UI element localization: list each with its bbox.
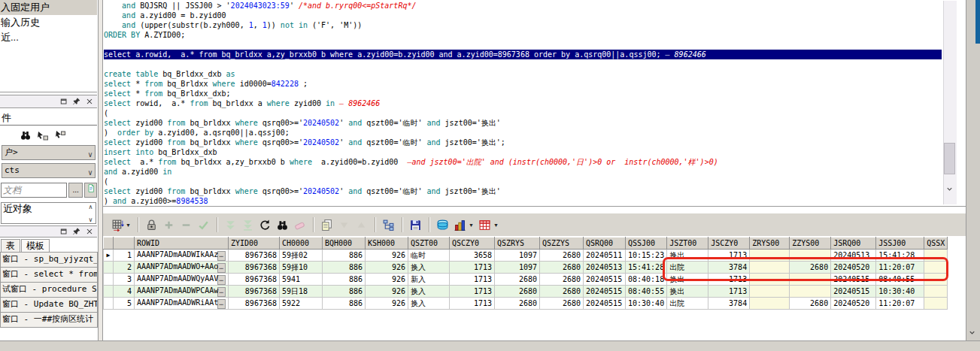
sidebar-item[interactable]: 近... (0, 30, 97, 45)
column-header-ch0000[interactable]: CH0000 (280, 238, 323, 250)
user-dropdown[interactable]: 户> ∨ (2, 145, 96, 160)
cell-qszrys[interactable]: 1097 (495, 250, 540, 262)
cell-jszt00[interactable]: 换出 (667, 274, 708, 286)
editor-scroll-down-icon[interactable] (944, 185, 955, 195)
cell-bqh000[interactable]: 886 (323, 262, 366, 274)
cell-qszt00[interactable]: 换入 (408, 298, 450, 310)
dropdown-arrow-icon[interactable]: ▼ (493, 222, 499, 228)
cell-qszt00[interactable]: 换入 (408, 262, 450, 274)
cell-zyid00[interactable]: 8967368 (229, 274, 280, 286)
cell-zrys00[interactable] (750, 250, 790, 262)
editor-line[interactable]: and (upper(substr(b.zyh000, 1, 1)) not i… (104, 20, 942, 30)
column-header-qszt00[interactable]: QSZT00 (408, 238, 450, 250)
cell-rowid[interactable]: …AAANP7ADmAADWRiAAt (135, 298, 229, 310)
cell-qssj00[interactable]: 08:40:18 (626, 274, 667, 286)
editor-line[interactable]: and BQJSRQ || JSSJ00 > '2024043023:59' /… (104, 1, 942, 11)
pin-icon[interactable] (72, 97, 81, 106)
cell-qssx[interactable] (924, 262, 948, 274)
clear-icon[interactable] (293, 217, 308, 232)
cell-qszzys[interactable]: 2680 (540, 298, 584, 310)
cell-qszzys[interactable]: 2680 (540, 262, 584, 274)
find-next-icon[interactable] (37, 129, 49, 141)
column-header-zzys00[interactable]: ZZYS00 (790, 238, 831, 250)
fetch-next-page-icon[interactable] (223, 217, 238, 232)
cell-zyid00[interactable]: 8967368 (229, 262, 280, 274)
editor-line[interactable]: select * from bq_Brldxx_dxb; (104, 89, 942, 98)
new-document-icon[interactable] (84, 183, 97, 198)
restore-icon[interactable] (59, 97, 68, 106)
right-scrollbar-thumb[interactable] (975, 0, 980, 44)
editor-line[interactable]: select * from bq_Brldxx where id0000=842… (104, 79, 942, 89)
column-header-qszrys[interactable]: QSZRYS (495, 238, 540, 250)
open-window-item[interactable]: 窗口 - select * from (0, 267, 98, 283)
cell-qsrq00[interactable]: 20240515 (584, 286, 626, 298)
cell-zzys00[interactable] (790, 286, 831, 298)
cell-jsrq00[interactable]: 20240513 (831, 250, 876, 262)
cell-ch0000[interactable]: 59择02 (280, 250, 323, 262)
cell-bqh000[interactable]: 886 (323, 250, 366, 262)
editor-line[interactable]: insert into bq_Brldxx_dxb (104, 147, 942, 157)
sql-editor[interactable]: and BQJSRQ || JSSJ00 > '2024043023:59' /… (104, 1, 942, 205)
column-header-ksh000[interactable]: KSH000 (366, 238, 408, 250)
cell-jssj00[interactable]: 11:20:07 (876, 298, 924, 310)
cell-qszrys[interactable]: 2680 (495, 286, 540, 298)
column-header-jsrq00[interactable]: JSRQ00 (831, 238, 876, 250)
cell-qszt00[interactable]: 换入 (408, 286, 450, 298)
delete-record-icon[interactable] (179, 217, 194, 232)
cell-qsrq00[interactable]: 20240515 (584, 274, 626, 286)
cell-zrys00[interactable] (750, 298, 790, 310)
cell-jszt00[interactable]: 出院 (667, 262, 708, 274)
column-header-qssj00[interactable]: QSSJ00 (626, 238, 667, 250)
cell-jsrq00[interactable]: 20240515 (831, 286, 876, 298)
editor-line[interactable]: select a.* from bq_brldxx a,zy_brxxb0 b … (104, 157, 942, 167)
cell-qssj00[interactable]: 10:30:40 (626, 298, 667, 310)
column-header-qssx[interactable]: QSSX (924, 238, 948, 250)
panel-scroll-down-icon[interactable] (968, 328, 977, 337)
cell-jssj00[interactable]: 15:41:28 (876, 250, 924, 262)
dropdown-arrow-icon[interactable]: ▼ (126, 222, 131, 228)
cell-jsczy0[interactable]: 3784 (708, 298, 750, 310)
editor-line[interactable]: select zyid00 from bq_brldxx where qsrq0… (104, 118, 942, 128)
column-header-qsczy0[interactable]: QSCZY0 (450, 238, 495, 250)
cell-zzys00[interactable]: 2680 (790, 298, 831, 310)
cell-qssj00[interactable]: 15:41:28 (626, 262, 667, 274)
sidebar-splitter[interactable] (98, 0, 103, 340)
cell-qszrys[interactable]: 2680 (495, 274, 540, 286)
tab-template[interactable]: 模板 (21, 239, 50, 253)
editor-line[interactable]: ) order by a.zyid00, a.qsrq00||a.qssj00; (104, 128, 942, 138)
column-header-jszt00[interactable]: JSZT00 (667, 238, 708, 250)
editor-line[interactable]: select zyid00 from bq_brldxx where qsrq0… (104, 186, 942, 196)
sidebar-item[interactable]: 入固定用户 (0, 0, 97, 15)
cell-ch0000[interactable]: 59日18 (280, 286, 323, 298)
cell-qssj00[interactable]: 08:40:55 (626, 286, 667, 298)
objects-dropdown[interactable]: cts ∨ (2, 163, 96, 178)
sort-ascending-icon[interactable] (354, 217, 369, 232)
cell-ksh000[interactable]: 926 (366, 298, 408, 310)
cell-ksh000[interactable]: 926 (366, 286, 408, 298)
cell-ksh000[interactable]: 926 (366, 274, 408, 286)
lock-icon[interactable] (144, 217, 159, 232)
cell-zzys00[interactable] (790, 250, 831, 262)
row-number[interactable]: 2 (114, 262, 135, 274)
editor-line[interactable]: ) and a.zyid00>=8984538 (104, 196, 942, 205)
cell-ch0000[interactable]: 59择10 (280, 262, 323, 274)
cell-qssx[interactable] (924, 286, 948, 298)
cell-rowid[interactable]: …AAANP7ADmAADWIkAAz (135, 250, 229, 262)
row-number[interactable]: 5 (114, 298, 135, 310)
cell-bqh000[interactable]: 886 (323, 298, 366, 310)
cell-zrys00[interactable] (750, 262, 790, 274)
cell-jssj00[interactable]: 08:40:55 (876, 274, 924, 286)
cell-qsrq00[interactable]: 20240515 (584, 298, 626, 310)
cell-zyid00[interactable]: 8967368 (229, 298, 280, 310)
editor-line[interactable]: ( (104, 177, 942, 186)
cell-qszzys[interactable]: 2680 (540, 286, 584, 298)
cell-zyid00[interactable]: 8967368 (229, 250, 280, 262)
scroll-down-icon[interactable]: ∨ (89, 216, 93, 223)
open-window-item[interactable]: 窗口 - 一##按病区统计 (0, 312, 98, 328)
tab-list[interactable]: 表 (1, 239, 20, 253)
copy-results-icon[interactable] (320, 217, 335, 232)
single-record-view-icon[interactable] (381, 217, 396, 232)
sidebar-item[interactable]: 输入历史 (0, 15, 97, 30)
column-header-qszzys[interactable]: QSZZYS (540, 238, 584, 250)
grid-layout-icon[interactable] (110, 217, 125, 232)
